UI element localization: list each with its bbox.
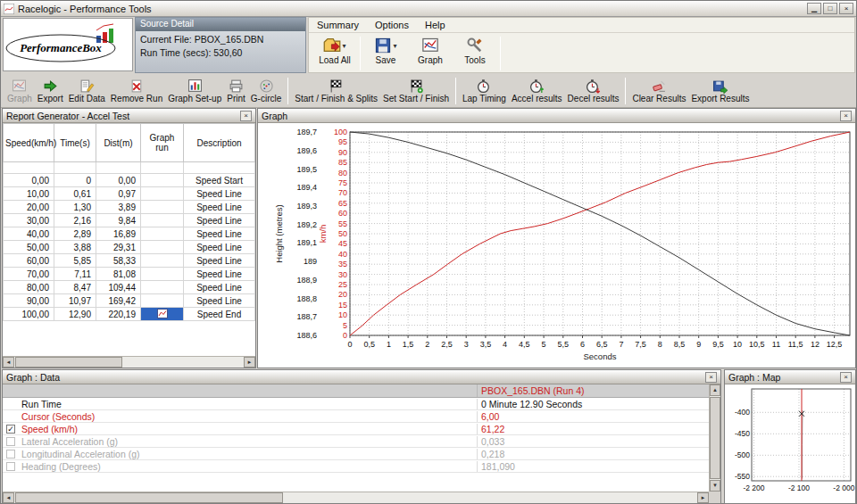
data-row: Heading (Degrees)181,090 (3, 460, 720, 473)
toolbar-label: Accel results (512, 94, 562, 103)
scroll-up-button[interactable]: ▲ (710, 384, 720, 396)
svg-text:189,4: 189,4 (296, 183, 317, 192)
report-row[interactable]: 90,0010,97169,42Speed Line (4, 294, 255, 308)
value-cell: 16,89 (96, 227, 141, 241)
graph-map-close-icon[interactable]: × (840, 372, 852, 383)
report-column-header[interactable]: Dist(m) (96, 124, 141, 162)
graph-run-cell[interactable] (141, 214, 184, 227)
svg-text:11,5: 11,5 (788, 340, 803, 349)
unchecked-checkbox[interactable] (6, 462, 15, 471)
scroll-right-button[interactable]: ► (697, 492, 709, 503)
menu-options[interactable]: Options (367, 19, 417, 31)
toolbar-print-button[interactable]: Print (224, 78, 248, 104)
window-title: Racelogic - Performance Tools (18, 4, 152, 14)
dropdown-arrow-icon[interactable]: ▾ (342, 42, 345, 50)
graph-data-hscroll: ◄ ► (3, 492, 709, 503)
source-detail-panel: Source Detail Current File: PBOX_165.DBN… (135, 17, 306, 73)
toolbar-load-all-button[interactable]: ▾Load All (312, 35, 357, 65)
toolbar-decel-results-button[interactable]: Decel results (565, 78, 622, 104)
graph-run-cell[interactable] (141, 187, 184, 201)
close-button[interactable]: × (839, 3, 853, 14)
toolbar-graph-setup-button[interactable]: Graph Set-up (165, 78, 224, 104)
scroll-left-button[interactable]: ◄ (3, 357, 14, 368)
svg-text:-450: -450 (735, 429, 750, 438)
toolbar-edit-data-button[interactable]: Edit Data (66, 78, 108, 104)
toolbar-tools-button[interactable]: Tools (453, 35, 497, 65)
map-chart[interactable]: -2 200-2 100-2 000-400-450-500-550 (725, 384, 855, 502)
graph-run-cell[interactable] (141, 268, 184, 281)
graph-run-cell[interactable] (141, 294, 184, 308)
toolbar-start-finish-splits-button[interactable]: Start / Finish & Splits (292, 78, 380, 104)
report-hscroll: ◄ ► (3, 356, 255, 368)
toolbar-label: Export (37, 94, 63, 103)
toolbar-lap-timing-button[interactable]: Lap Timing (460, 78, 509, 104)
graph-run-cell[interactable] (141, 201, 184, 214)
report-row[interactable]: 30,002,169,84Speed Line (4, 214, 255, 227)
svg-text:188,6: 188,6 (296, 331, 317, 340)
report-row[interactable]: 60,005,8558,33Speed Line (4, 254, 255, 268)
maximize-button[interactable]: □ (823, 3, 837, 14)
svg-text:60: 60 (338, 209, 347, 218)
graph-panel: Graph × 00,511,522,533,544,555,566,577,5… (257, 108, 856, 368)
menu-help[interactable]: Help (417, 19, 453, 31)
data-row-label: Longitudinal Acceleration (g) (19, 449, 478, 459)
graph-run-cell[interactable] (141, 227, 184, 241)
dropdown-arrow-icon[interactable]: ▾ (393, 42, 396, 50)
toolbar-export-results-button[interactable]: Export Results (688, 78, 752, 104)
report-column-header[interactable]: Description (184, 124, 255, 162)
decel-results-icon (586, 78, 601, 94)
report-row[interactable]: 100,0012,90220,19Speed End (4, 308, 255, 321)
toolbar-save-button[interactable]: ▾Save (363, 35, 408, 65)
unchecked-checkbox[interactable] (6, 437, 15, 446)
report-row[interactable]: 80,008,47109,44Speed Line (4, 281, 255, 294)
unchecked-checkbox[interactable] (6, 450, 15, 459)
svg-text:189,2: 189,2 (296, 220, 317, 229)
menu-summary[interactable]: Summary (309, 19, 367, 31)
toolbar-g-circle-button[interactable]: G-circle (248, 78, 284, 104)
report-table: Speed(km/h)Time(s)Dist(m)Graph runDescri… (3, 123, 255, 321)
report-close-icon[interactable]: × (240, 111, 252, 121)
graph-run-cell[interactable] (141, 241, 184, 254)
graph-run-cell[interactable] (141, 174, 184, 187)
graph-run-cell[interactable] (141, 308, 184, 321)
toolbar-clear-results-button[interactable]: Clear Results (629, 78, 688, 104)
scroll-down-button[interactable]: ▼ (710, 480, 720, 492)
value-cell: 100,00 (4, 308, 54, 321)
report-row[interactable]: 40,002,8916,89Speed Line (4, 227, 255, 241)
report-column-header[interactable]: Time(s) (54, 124, 96, 162)
report-row[interactable]: 0,0000,00Speed Start (4, 174, 255, 187)
toolbar-graph-button[interactable]: Graph (408, 35, 453, 65)
toolbar-separator (360, 37, 361, 70)
value-cell: 80,00 (4, 281, 54, 294)
report-row[interactable]: 20,001,303,89Speed Line (4, 201, 255, 214)
svg-text:85: 85 (338, 158, 347, 167)
graph-run-cell[interactable] (141, 254, 184, 268)
speed-height-chart[interactable]: 00,511,522,533,544,555,566,577,588,599,5… (258, 123, 855, 368)
graph-icon (12, 78, 27, 94)
graph-run-icon[interactable] (157, 309, 168, 318)
data-row-label: Speed (km/h) (19, 424, 478, 434)
report-row[interactable]: 10,000,610,97Speed Line (4, 187, 255, 201)
toolbar-label: Clear Results (632, 94, 686, 103)
value-cell: 50,00 (4, 241, 54, 254)
scroll-thumb[interactable] (15, 492, 283, 503)
graph-data-close-icon[interactable]: × (705, 372, 717, 383)
scroll-thumb[interactable] (710, 397, 720, 479)
checked-checkbox[interactable]: ✓ (6, 425, 15, 434)
toolbar-accel-results-button[interactable]: Accel results (509, 78, 565, 104)
report-column-header[interactable]: Graph run (141, 124, 184, 162)
svg-text:45: 45 (338, 239, 347, 248)
toolbar-export-button[interactable]: Export (35, 78, 66, 104)
report-column-header[interactable]: Speed(km/h) (4, 124, 54, 162)
toolbar-set-start-finish-button[interactable]: Set Start / Finish (380, 78, 452, 104)
graph-run-cell[interactable] (141, 281, 184, 294)
scroll-left-button[interactable]: ◄ (3, 492, 14, 503)
scroll-thumb[interactable] (15, 357, 122, 368)
report-row[interactable]: 70,007,1181,08Speed Line (4, 268, 255, 281)
value-cell: 20,00 (4, 201, 54, 214)
graph-close-icon[interactable]: × (840, 111, 852, 121)
report-row[interactable]: 50,003,8829,31Speed Line (4, 241, 255, 254)
scroll-right-button[interactable]: ► (244, 357, 255, 368)
toolbar-remove-run-button[interactable]: Remove Run (108, 78, 165, 104)
minimize-button[interactable]: ▁ (807, 3, 821, 14)
